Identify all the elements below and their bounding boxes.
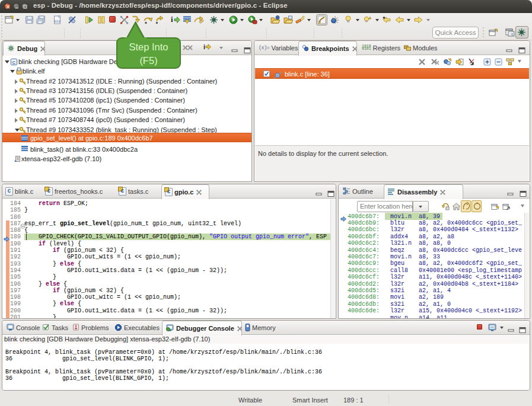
svg-text:010: 010 xyxy=(55,20,60,24)
svg-text:C: C xyxy=(12,60,16,65)
svg-text:G: G xyxy=(511,33,514,37)
